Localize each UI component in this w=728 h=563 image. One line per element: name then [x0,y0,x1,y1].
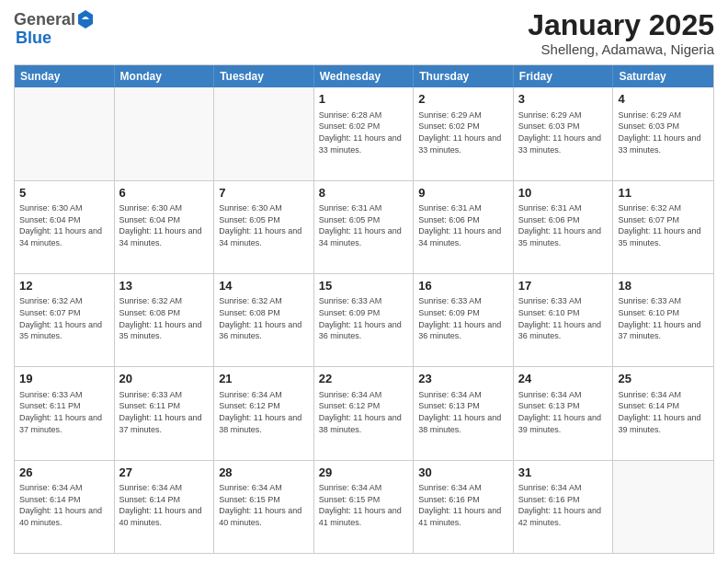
cell-info: Sunrise: 6:30 AMSunset: 6:04 PMDaylight:… [19,202,109,248]
calendar-cell: 8Sunrise: 6:31 AMSunset: 6:05 PMDaylight… [314,181,415,273]
cell-info: Sunrise: 6:33 AMSunset: 6:09 PMDaylight:… [418,295,508,341]
day-number: 14 [219,278,309,294]
calendar-cell: 4Sunrise: 6:29 AMSunset: 6:03 PMDaylight… [613,87,713,179]
page: General Blue January 2025 Shelleng, Adam… [0,0,728,563]
day-number: 20 [119,371,210,387]
calendar-cell: 1Sunrise: 6:28 AMSunset: 6:02 PMDaylight… [314,87,415,179]
calendar-cell: 11Sunrise: 6:32 AMSunset: 6:07 PMDayligh… [613,181,713,273]
calendar: SundayMondayTuesdayWednesdayThursdayFrid… [14,64,714,554]
calendar-cell: 19Sunrise: 6:33 AMSunset: 6:11 PMDayligh… [15,367,115,459]
cell-info: Sunrise: 6:34 AMSunset: 6:15 PMDaylight:… [319,482,409,528]
cell-info: Sunrise: 6:30 AMSunset: 6:05 PMDaylight:… [219,202,309,248]
calendar-cell: 20Sunrise: 6:33 AMSunset: 6:11 PMDayligh… [115,367,215,459]
day-number: 6 [119,185,210,201]
logo-icon [77,9,94,29]
cell-info: Sunrise: 6:28 AMSunset: 6:02 PMDaylight:… [319,109,409,155]
cell-info: Sunrise: 6:31 AMSunset: 6:05 PMDaylight:… [319,202,409,248]
cell-info: Sunrise: 6:32 AMSunset: 6:08 PMDaylight:… [119,295,210,341]
calendar-cell: 17Sunrise: 6:33 AMSunset: 6:10 PMDayligh… [514,274,614,366]
day-number: 17 [518,278,609,294]
day-number: 28 [219,465,309,481]
calendar-cell: 24Sunrise: 6:34 AMSunset: 6:13 PMDayligh… [514,367,614,459]
calendar-cell: 18Sunrise: 6:33 AMSunset: 6:10 PMDayligh… [613,274,713,366]
cell-info: Sunrise: 6:31 AMSunset: 6:06 PMDaylight:… [518,202,609,248]
day-number: 2 [418,91,508,108]
calendar-cell: 26Sunrise: 6:34 AMSunset: 6:14 PMDayligh… [15,461,115,553]
cell-info: Sunrise: 6:34 AMSunset: 6:13 PMDaylight:… [518,389,609,435]
cell-info: Sunrise: 6:34 AMSunset: 6:14 PMDaylight:… [19,482,109,528]
day-number: 15 [319,278,409,294]
logo: General Blue [14,9,94,47]
calendar-cell: 28Sunrise: 6:34 AMSunset: 6:15 PMDayligh… [214,461,314,553]
calendar-cell: 7Sunrise: 6:30 AMSunset: 6:05 PMDaylight… [214,181,314,273]
cell-info: Sunrise: 6:34 AMSunset: 6:13 PMDaylight:… [418,389,508,435]
title-block: January 2025 Shelleng, Adamawa, Nigeria [528,9,714,57]
cell-info: Sunrise: 6:33 AMSunset: 6:10 PMDaylight:… [618,295,709,341]
weekday-header: Monday [115,65,215,87]
cell-info: Sunrise: 6:33 AMSunset: 6:11 PMDaylight:… [19,389,109,435]
calendar-cell [613,461,713,553]
cell-info: Sunrise: 6:30 AMSunset: 6:04 PMDaylight:… [119,202,210,248]
calendar-cell: 31Sunrise: 6:34 AMSunset: 6:16 PMDayligh… [514,461,614,553]
calendar-row: 26Sunrise: 6:34 AMSunset: 6:14 PMDayligh… [15,460,713,553]
weekday-header: Saturday [613,65,713,87]
weekday-header: Wednesday [314,65,415,87]
weekday-header: Tuesday [214,65,314,87]
calendar-cell: 6Sunrise: 6:30 AMSunset: 6:04 PMDaylight… [115,181,215,273]
day-number: 12 [19,278,109,294]
month-title: January 2025 [528,9,714,41]
calendar-cell: 13Sunrise: 6:32 AMSunset: 6:08 PMDayligh… [115,274,215,366]
day-number: 7 [219,185,309,201]
calendar-row: 1Sunrise: 6:28 AMSunset: 6:02 PMDaylight… [15,87,713,179]
day-number: 19 [19,371,109,387]
day-number: 30 [418,465,508,481]
calendar-body: 1Sunrise: 6:28 AMSunset: 6:02 PMDaylight… [15,87,713,553]
cell-info: Sunrise: 6:32 AMSunset: 6:07 PMDaylight:… [19,295,109,341]
day-number: 3 [518,91,609,108]
calendar-row: 5Sunrise: 6:30 AMSunset: 6:04 PMDaylight… [15,180,713,273]
calendar-cell: 14Sunrise: 6:32 AMSunset: 6:08 PMDayligh… [214,274,314,366]
cell-info: Sunrise: 6:33 AMSunset: 6:10 PMDaylight:… [518,295,609,341]
cell-info: Sunrise: 6:34 AMSunset: 6:16 PMDaylight:… [418,482,508,528]
logo-general-text: General [14,11,75,28]
day-number: 22 [319,371,409,387]
cell-info: Sunrise: 6:29 AMSunset: 6:02 PMDaylight:… [418,109,508,155]
calendar-cell: 22Sunrise: 6:34 AMSunset: 6:12 PMDayligh… [314,367,415,459]
day-number: 1 [319,91,409,108]
cell-info: Sunrise: 6:33 AMSunset: 6:09 PMDaylight:… [319,295,409,341]
cell-info: Sunrise: 6:32 AMSunset: 6:08 PMDaylight:… [219,295,309,341]
day-number: 26 [19,465,109,481]
calendar-cell [115,87,215,179]
cell-info: Sunrise: 6:34 AMSunset: 6:14 PMDaylight:… [618,389,709,435]
cell-info: Sunrise: 6:34 AMSunset: 6:16 PMDaylight:… [518,482,609,528]
cell-info: Sunrise: 6:34 AMSunset: 6:14 PMDaylight:… [119,482,210,528]
logo-blue-text: Blue [16,29,51,47]
calendar-cell: 3Sunrise: 6:29 AMSunset: 6:03 PMDaylight… [514,87,614,179]
calendar-cell: 23Sunrise: 6:34 AMSunset: 6:13 PMDayligh… [414,367,514,459]
calendar-cell [214,87,314,179]
cell-info: Sunrise: 6:32 AMSunset: 6:07 PMDaylight:… [618,202,709,248]
weekday-header: Thursday [414,65,514,87]
day-number: 9 [418,185,508,201]
cell-info: Sunrise: 6:29 AMSunset: 6:03 PMDaylight:… [618,109,709,155]
weekday-header: Sunday [15,65,115,87]
day-number: 23 [418,371,508,387]
day-number: 5 [19,185,109,201]
cell-info: Sunrise: 6:34 AMSunset: 6:15 PMDaylight:… [219,482,309,528]
calendar-cell: 15Sunrise: 6:33 AMSunset: 6:09 PMDayligh… [314,274,415,366]
calendar-cell: 5Sunrise: 6:30 AMSunset: 6:04 PMDaylight… [15,181,115,273]
day-number: 27 [119,465,210,481]
day-number: 25 [618,371,709,387]
calendar-cell: 30Sunrise: 6:34 AMSunset: 6:16 PMDayligh… [414,461,514,553]
day-number: 31 [518,465,609,481]
calendar-cell: 2Sunrise: 6:29 AMSunset: 6:02 PMDaylight… [414,87,514,179]
cell-info: Sunrise: 6:33 AMSunset: 6:11 PMDaylight:… [119,389,210,435]
calendar-cell: 27Sunrise: 6:34 AMSunset: 6:14 PMDayligh… [115,461,215,553]
calendar-cell: 9Sunrise: 6:31 AMSunset: 6:06 PMDaylight… [414,181,514,273]
cell-info: Sunrise: 6:34 AMSunset: 6:12 PMDaylight:… [219,389,309,435]
day-number: 18 [618,278,709,294]
day-number: 4 [618,91,709,108]
calendar-cell [15,87,115,179]
header: General Blue January 2025 Shelleng, Adam… [14,9,714,57]
cell-info: Sunrise: 6:34 AMSunset: 6:12 PMDaylight:… [319,389,409,435]
